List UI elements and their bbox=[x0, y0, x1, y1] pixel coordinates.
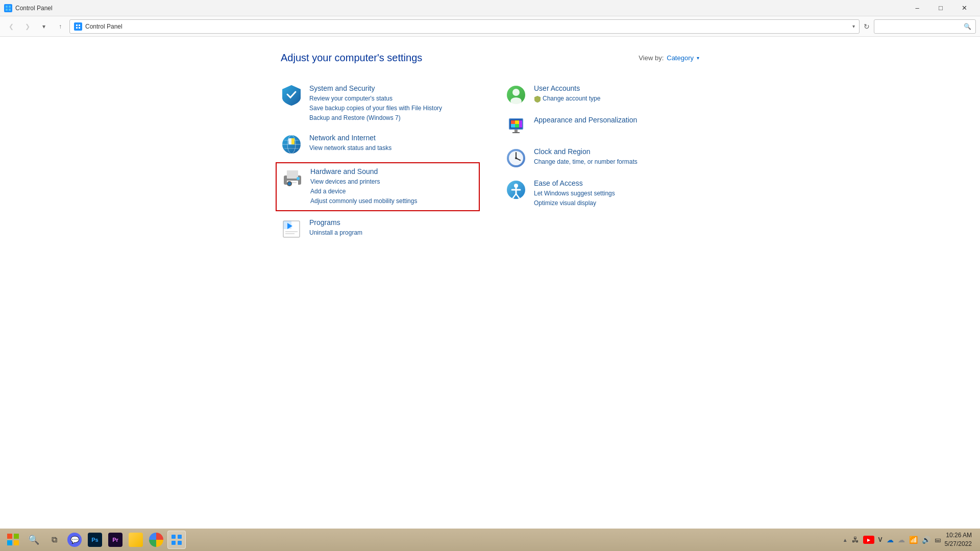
category-hardware-sound: Hardware and Sound View devices and prin… bbox=[276, 162, 480, 212]
view-by-value[interactable]: Category bbox=[667, 54, 694, 62]
main-content: Adjust your computer's settings View by:… bbox=[0, 37, 980, 529]
tray-cloud-white-icon[interactable]: ☁ bbox=[898, 536, 905, 544]
ease-access-link-2[interactable]: Optimize visual display bbox=[534, 198, 699, 208]
system-security-link-3[interactable]: Backup and Restore (Windows 7) bbox=[309, 113, 475, 123]
tray-cloud-blue-icon[interactable]: ☁ bbox=[887, 536, 894, 544]
svg-rect-7 bbox=[79, 27, 80, 29]
programs-link-1[interactable]: Uninstall a program bbox=[309, 228, 475, 238]
user-accounts-text: User Accounts Change account type bbox=[534, 84, 699, 104]
system-security-icon bbox=[281, 84, 302, 106]
taskbar-premiere-button[interactable]: Pr bbox=[106, 531, 125, 549]
svg-rect-14 bbox=[291, 138, 295, 144]
left-categories: System and Security Review your computer… bbox=[281, 79, 475, 245]
hardware-sound-title[interactable]: Hardware and Sound bbox=[310, 167, 474, 176]
window-icon bbox=[4, 4, 12, 12]
view-by-arrow[interactable]: ▾ bbox=[697, 55, 699, 61]
hardware-sound-text: Hardware and Sound View devices and prin… bbox=[310, 167, 474, 207]
page-title: Adjust your computer's settings bbox=[281, 52, 422, 64]
clock-region-title[interactable]: Clock and Region bbox=[534, 147, 699, 156]
system-security-link-2[interactable]: Save backup copies of your files with Fi… bbox=[309, 104, 475, 113]
maximize-button[interactable]: □ bbox=[929, 0, 952, 16]
tray-expand-button[interactable]: ▲ bbox=[843, 537, 848, 543]
clock-region-icon bbox=[505, 147, 527, 169]
category-ease-access: Ease of Access Let Windows suggest setti… bbox=[505, 174, 699, 213]
taskbar-premiere-icon: Pr bbox=[108, 533, 122, 547]
taskbar-control-panel-button[interactable] bbox=[167, 531, 186, 549]
refresh-button[interactable]: ↻ bbox=[864, 22, 870, 31]
taskbar-search-button[interactable]: 🔍 bbox=[24, 531, 43, 549]
network-internet-text: Network and Internet View network status… bbox=[309, 134, 475, 153]
hardware-sound-link-1[interactable]: View devices and printers bbox=[310, 177, 474, 187]
up-button[interactable]: ↑ bbox=[53, 19, 67, 34]
taskbar-photoshop-button[interactable]: Ps bbox=[86, 531, 104, 549]
svg-rect-4 bbox=[76, 24, 78, 26]
taskbar-chrome-button[interactable] bbox=[147, 531, 165, 549]
clock-area[interactable]: 10:26 AM 5/27/2022 bbox=[945, 531, 972, 548]
system-tray: ▲ 🖧 V ☁ ☁ 📶 🔊 🖴 10:26 AM 5/27/2022 bbox=[839, 531, 976, 548]
network-internet-title[interactable]: Network and Internet bbox=[309, 134, 475, 142]
right-categories: User Accounts Change account type bbox=[505, 79, 699, 245]
tray-youtube-icon[interactable] bbox=[863, 536, 874, 544]
clock-time: 10:26 AM bbox=[945, 531, 972, 540]
categories-grid: System and Security Review your computer… bbox=[281, 79, 699, 245]
svg-rect-52 bbox=[178, 541, 182, 545]
address-input[interactable]: Control Panel ▾ bbox=[69, 19, 860, 34]
svg-rect-51 bbox=[172, 541, 176, 545]
svg-rect-0 bbox=[6, 6, 8, 8]
user-accounts-title[interactable]: User Accounts bbox=[534, 84, 699, 92]
taskbar-taskview-icon: ⧉ bbox=[47, 533, 61, 547]
ease-access-icon bbox=[505, 179, 527, 201]
appearance-text: Appearance and Personalization bbox=[534, 116, 699, 126]
ease-access-link-1[interactable]: Let Windows suggest settings bbox=[534, 189, 699, 198]
back-button[interactable]: ❮ bbox=[4, 19, 18, 34]
svg-rect-49 bbox=[172, 535, 176, 539]
system-security-title[interactable]: System and Security bbox=[309, 84, 475, 92]
taskbar-taskview-button[interactable]: ⧉ bbox=[45, 531, 63, 549]
tray-hdd-icon[interactable]: 🖴 bbox=[935, 536, 941, 543]
category-programs: Programs Uninstall a program bbox=[281, 213, 475, 245]
category-system-security: System and Security Review your computer… bbox=[281, 79, 475, 129]
hardware-sound-link-3[interactable]: Adjust commonly used mobility settings bbox=[310, 196, 474, 206]
minimize-button[interactable]: – bbox=[905, 0, 929, 16]
system-security-link-1[interactable]: Review your computer's status bbox=[309, 94, 475, 104]
ease-access-text: Ease of Access Let Windows suggest setti… bbox=[534, 179, 699, 208]
tray-v-icon[interactable]: V bbox=[878, 536, 883, 543]
forward-button[interactable]: ❯ bbox=[20, 19, 35, 34]
uac-shield-icon bbox=[534, 95, 541, 103]
ease-access-title[interactable]: Ease of Access bbox=[534, 179, 699, 187]
title-bar: Control Panel – □ ✕ bbox=[0, 0, 980, 16]
search-bar[interactable]: 🔍 bbox=[874, 19, 976, 34]
tray-sound-icon[interactable]: 🔊 bbox=[922, 536, 930, 544]
svg-rect-50 bbox=[178, 535, 182, 539]
tray-wifi-icon[interactable]: 📶 bbox=[909, 536, 918, 544]
user-accounts-link-1[interactable]: Change account type bbox=[543, 94, 600, 104]
hardware-sound-link-2[interactable]: Add a device bbox=[310, 187, 474, 196]
window-title: Control Panel bbox=[15, 5, 905, 12]
tray-network-icon[interactable]: 🖧 bbox=[852, 536, 859, 544]
clock-region-link-1[interactable]: Change date, time, or number formats bbox=[534, 157, 699, 167]
taskbar-files-button[interactable] bbox=[127, 531, 145, 549]
windows-icon bbox=[7, 534, 19, 546]
recent-button[interactable]: ▾ bbox=[37, 19, 51, 34]
svg-rect-35 bbox=[519, 120, 522, 128]
appearance-title[interactable]: Appearance and Personalization bbox=[534, 116, 699, 124]
svg-point-28 bbox=[510, 97, 522, 105]
address-chevron[interactable]: ▾ bbox=[852, 23, 855, 29]
network-internet-link-1[interactable]: View network status and tasks bbox=[309, 143, 475, 153]
svg-rect-1 bbox=[9, 6, 11, 8]
category-clock-region: Clock and Region Change date, time, or n… bbox=[505, 142, 699, 174]
svg-rect-31 bbox=[511, 120, 515, 124]
programs-title[interactable]: Programs bbox=[309, 218, 475, 227]
user-accounts-icon bbox=[505, 84, 527, 106]
category-network-internet: Network and Internet View network status… bbox=[281, 129, 475, 160]
close-button[interactable]: ✕ bbox=[952, 0, 976, 16]
svg-rect-3 bbox=[9, 9, 11, 11]
svg-rect-25 bbox=[285, 233, 295, 234]
clock-region-text: Clock and Region Change date, time, or n… bbox=[534, 147, 699, 167]
start-button[interactable] bbox=[4, 531, 22, 549]
svg-rect-36 bbox=[514, 130, 518, 132]
taskbar-discord-icon: 💬 bbox=[67, 533, 82, 547]
search-input[interactable] bbox=[878, 23, 964, 30]
taskbar-discord-button[interactable]: 💬 bbox=[65, 531, 84, 549]
content-area: Adjust your computer's settings View by:… bbox=[260, 52, 720, 245]
